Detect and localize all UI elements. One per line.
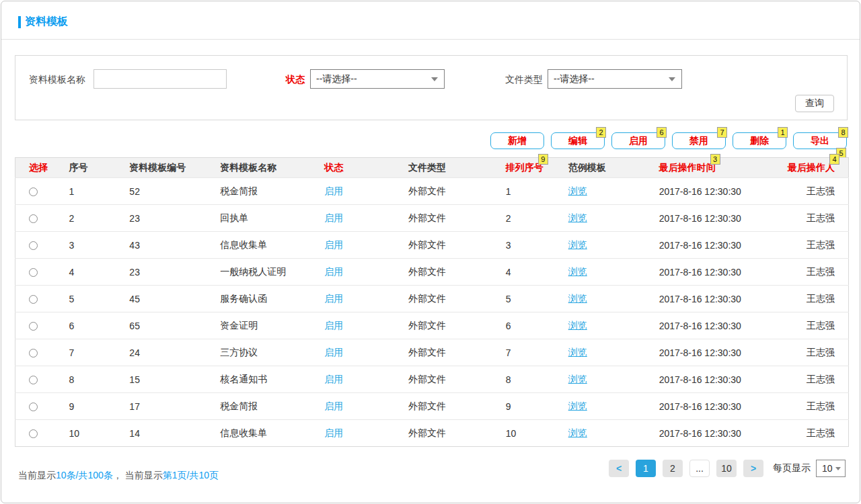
column-header-index: 序号 [55,158,116,178]
pager-page-10[interactable]: 10 [716,460,737,477]
status-select[interactable]: --请选择-- [310,69,445,89]
search-button[interactable]: 查询 [795,95,834,112]
cell-index: 9 [55,393,116,420]
sample-browse-link[interactable]: 浏览 [568,320,587,331]
cell-status: 启用 [311,420,395,447]
summary-highlight: 第1页/共10页 [163,470,219,480]
sample-browse-link[interactable]: 浏览 [568,347,587,358]
cell-status: 启用 [311,339,395,366]
cell-order: 9 [492,393,555,420]
action-button-export[interactable]: 导出8 [793,132,847,149]
table-row: 665资金证明启用外部文件6浏览2017-8-16 12:30:30王志强 [15,312,849,339]
status-text: 启用 [324,212,343,223]
annotation-badge: 8 [838,127,848,138]
sample-browse-link[interactable]: 浏览 [568,266,587,277]
action-button-add[interactable]: 新增 [490,132,544,149]
pager-ellipsis[interactable]: ... [689,460,710,477]
row-radio[interactable] [29,214,38,223]
cell-time: 2017-8-16 12:30:30 [646,259,770,286]
status-text: 启用 [324,293,343,304]
per-page-value: 10 [822,463,833,474]
row-radio[interactable] [29,241,38,250]
row-radio[interactable] [29,349,38,358]
table-row: 343信息收集单启用外部文件3浏览2017-8-16 12:30:30王志强 [15,232,849,259]
cell-order: 5 [492,286,555,312]
cell-code: 24 [116,339,207,366]
cell-time: 2017-8-16 12:30:30 [646,178,770,205]
sample-browse-link[interactable]: 浏览 [568,293,587,304]
column-header-code: 资料模板编号 [116,158,207,178]
sample-browse-link[interactable]: 浏览 [568,374,587,384]
cell-sample: 浏览 [555,259,646,286]
table-row: 152税金简报启用外部文件1浏览2017-8-16 12:30:30王志强 [15,178,849,205]
status-text: 启用 [324,185,343,196]
cell-time: 2017-8-16 12:30:30 [646,205,770,232]
cell-operator: 王志强 [770,312,849,339]
cell-select [15,312,56,339]
filter-panel: 资料模板名称 状态 --请选择-- 文件类型 --请选择-- 查询 [15,55,848,120]
action-button-edit[interactable]: 编辑2 [551,132,605,149]
cell-index: 1 [55,178,116,205]
cell-sample: 浏览 [555,366,646,393]
cell-status: 启用 [311,366,395,393]
column-header-label: 最后操作人4 [788,162,835,174]
cell-name: 税金简报 [207,393,311,420]
cell-code: 23 [116,259,207,286]
action-button-enable[interactable]: 启用6 [611,132,665,149]
row-radio[interactable] [29,295,38,304]
cell-operator: 王志强 [770,393,849,420]
cell-name: 回执单 [207,205,311,232]
cell-select [15,286,56,312]
cell-time: 2017-8-16 12:30:30 [646,420,770,447]
cell-time: 2017-8-16 12:30:30 [646,393,770,420]
cell-filetype: 外部文件 [395,312,492,339]
template-name-input[interactable] [93,69,227,89]
per-page-select[interactable]: 10 [816,460,846,477]
title-divider [1,39,860,40]
cell-filetype: 外部文件 [395,178,492,205]
annotation-badge: 7 [717,127,727,138]
cell-operator: 王志强 [770,420,849,447]
cell-order: 2 [492,205,555,232]
sample-browse-link[interactable]: 浏览 [568,427,587,438]
pager-prev-button[interactable]: < [609,460,629,477]
column-header-operator: 最后操作人4 [770,158,849,178]
row-radio[interactable] [29,187,38,196]
row-radio[interactable] [29,322,38,331]
cell-sample: 浏览 [555,286,646,312]
action-button-disable[interactable]: 禁用7 [672,132,726,149]
sample-browse-link[interactable]: 浏览 [568,185,587,196]
row-radio[interactable] [29,268,38,277]
row-radio[interactable] [29,376,38,384]
cell-operator: 王志强 [770,366,849,393]
row-radio[interactable] [29,403,38,411]
cell-select [15,420,56,447]
table-row: 223回执单启用外部文件2浏览2017-8-16 12:30:30王志强 [15,205,849,232]
column-header-filetype: 文件类型 [395,158,492,178]
sample-browse-link[interactable]: 浏览 [568,239,587,250]
cell-index: 4 [55,259,116,286]
cell-code: 65 [116,312,207,339]
sample-browse-link[interactable]: 浏览 [568,401,587,411]
column-header-label: 选择 [29,162,48,174]
cell-operator: 王志强 [770,259,849,286]
page-title: 资料模板 [18,15,68,29]
action-button-delete[interactable]: 删除1 [733,132,786,149]
pager-page-2[interactable]: 2 [663,460,683,477]
pager-page-1[interactable]: 1 [636,460,656,477]
cell-name: 核名通知书 [207,366,311,393]
row-radio[interactable] [29,429,38,438]
pagination-bar: < 12...10 > 每页显示 10 [609,460,846,477]
cell-filetype: 外部文件 [395,286,492,312]
filetype-select[interactable]: --请选择-- [548,69,682,89]
cell-time: 2017-8-16 12:30:30 [646,339,770,366]
title-accent-bar [18,16,21,28]
chevron-down-icon [835,467,841,470]
pager-next-button[interactable]: > [743,460,763,477]
cell-index: 8 [55,366,116,393]
cell-select [15,339,56,366]
filetype-select-value: --请选择-- [554,73,595,84]
action-button-label: 启用 [629,135,648,146]
table-row: 545服务确认函启用外部文件5浏览2017-8-16 12:30:30王志强 [15,286,849,312]
sample-browse-link[interactable]: 浏览 [568,212,587,223]
